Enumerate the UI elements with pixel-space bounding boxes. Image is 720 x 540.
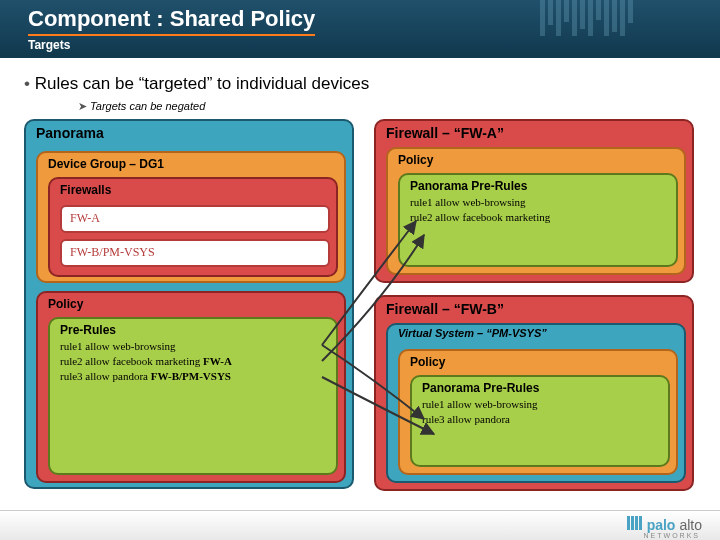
fw-a-policy-box: Policy Panorama Pre-Rules rule1 allow we… [386,147,686,275]
panorama-prerules-title: Pre-Rules [50,319,336,339]
rule-text: rule3 allow pandora [60,370,148,382]
vsys-box: Virtual System – “PM-VSYS” Policy Panora… [386,323,686,483]
rule-target: FW-A [203,355,232,367]
brand-subtext: NETWORKS [644,532,700,539]
panorama-rule-3: rule3 allow pandora FW-B/PM-VSYS [50,369,336,384]
device-group-box: Device Group – DG1 Firewalls FW-A FW-B/P… [36,151,346,283]
fw-b-policy-title: Policy [400,351,676,371]
slide-header: Component : Shared Policy Targets [0,0,720,58]
slide-body: Rules can be “targeted” to individual de… [0,58,720,495]
fw-a-prerules-title: Panorama Pre-Rules [400,175,676,195]
fw-a-prerules-box: Panorama Pre-Rules rule1 allow web-brows… [398,173,678,267]
brand-text-1: palo [647,517,676,533]
fw-b-prerules-box: Panorama Pre-Rules rule1 allow web-brows… [410,375,670,467]
fw-a-rule-1: rule1 allow web-browsing [400,195,676,210]
panorama-prerules-box: Pre-Rules rule1 allow web-browsing rule2… [48,317,338,475]
firewalls-title: Firewalls [50,179,336,199]
fw-b-policy-box: Policy Panorama Pre-Rules rule1 allow we… [398,349,678,475]
slide-footer: paloalto NETWORKS [0,510,720,540]
fw-a-policy-title: Policy [388,149,684,169]
fw-b-rule-2: rule3 allow pandora [412,412,668,427]
fw-a-rule-2: rule2 allow facebook marketing [400,210,676,225]
panorama-policy-box: Policy Pre-Rules rule1 allow web-browsin… [36,291,346,483]
panorama-policy-title: Policy [38,293,344,313]
main-bullet: Rules can be “targeted” to individual de… [24,74,696,94]
vsys-title: Virtual System – “PM-VSYS” [388,325,684,341]
firewall-item-a: FW-A [60,205,330,233]
decorative-bars [540,0,680,36]
panorama-box: Panorama Device Group – DG1 Firewalls FW… [24,119,354,489]
rule-text: rule2 allow facebook marketing [60,355,200,367]
fw-b-prerules-title: Panorama Pre-Rules [412,377,668,397]
panorama-title: Panorama [26,121,352,143]
panorama-rule-2: rule2 allow facebook marketing FW-A [50,354,336,369]
firewall-b-box: Firewall – “FW-B” Virtual System – “PM-V… [374,295,694,491]
rule-target: FW-B/PM-VSYS [151,370,231,382]
diagram: Panorama Device Group – DG1 Firewalls FW… [24,119,696,491]
sub-bullet: Targets can be negated [78,100,696,113]
logo-bars-icon [627,516,643,534]
fw-a-title: Firewall – “FW-A” [376,121,692,143]
page-subtitle: Targets [28,38,692,52]
firewall-a-box: Firewall – “FW-A” Policy Panorama Pre-Ru… [374,119,694,283]
panorama-rule-1: rule1 allow web-browsing [50,339,336,354]
firewalls-box: Firewalls FW-A FW-B/PM-VSYS [48,177,338,277]
fw-b-title: Firewall – “FW-B” [376,297,692,319]
dg-title: Device Group – DG1 [38,153,344,173]
brand-text-2: alto [679,517,702,533]
firewall-item-b: FW-B/PM-VSYS [60,239,330,267]
page-title: Component : Shared Policy [28,6,315,36]
fw-b-rule-1: rule1 allow web-browsing [412,397,668,412]
rule-text: rule1 allow web-browsing [60,340,175,352]
